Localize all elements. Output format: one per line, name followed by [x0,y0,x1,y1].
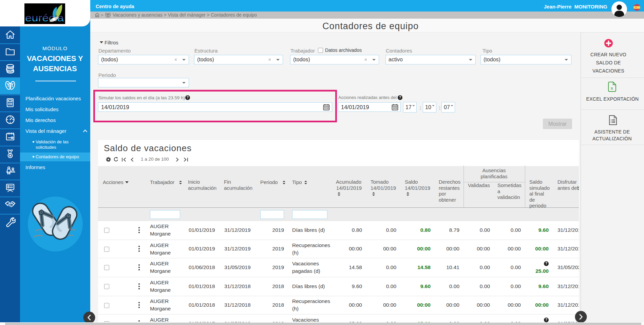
svg-text:x: x [611,85,613,90]
